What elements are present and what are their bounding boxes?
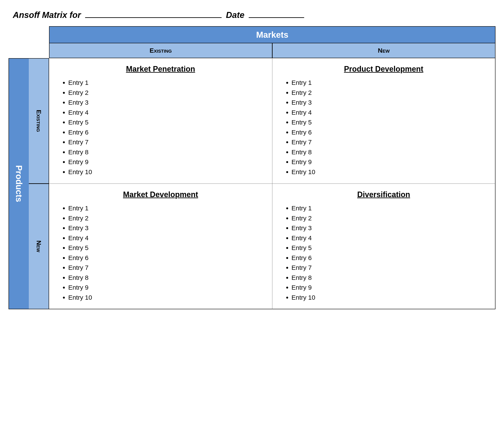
list-item: Entry 10 — [292, 293, 489, 303]
list-item: Entry 4 — [68, 108, 266, 118]
quadrant-market-development: Market Development Entry 1Entry 2Entry 3… — [49, 184, 272, 309]
list-item: Entry 2 — [68, 213, 266, 223]
date-blank[interactable] — [249, 9, 304, 18]
list-item: Entry 7 — [68, 137, 266, 147]
list-item: Entry 6 — [292, 127, 489, 138]
list-item: Entry 8 — [292, 273, 489, 283]
date-label: Date — [226, 10, 244, 20]
list-item: Entry 3 — [292, 98, 489, 108]
list-item: Entry 9 — [292, 283, 489, 293]
list-item: Entry 1 — [292, 78, 489, 88]
list-item: Entry 10 — [292, 167, 489, 177]
markets-new-label: New — [272, 43, 496, 58]
ansoff-matrix: Markets Existing New Products Existing N… — [9, 26, 495, 309]
list-item: Entry 5 — [292, 117, 489, 127]
quadrant-market-penetration: Market Penetration Entry 1Entry 2Entry 3… — [49, 58, 272, 184]
list-item: Entry 2 — [68, 88, 266, 98]
list-item: Entry 4 — [292, 108, 489, 118]
quadrant-diversification: Diversification Entry 1Entry 2Entry 3Ent… — [272, 184, 496, 309]
list-item: Entry 7 — [292, 137, 489, 147]
list-item: Entry 10 — [68, 167, 266, 177]
list-item: Entry 7 — [68, 263, 266, 273]
list-item: Entry 5 — [68, 243, 266, 253]
list-item: Entry 2 — [292, 213, 489, 223]
list-item: Entry 2 — [292, 88, 489, 98]
list-item: Entry 3 — [68, 223, 266, 233]
list-item: Entry 9 — [68, 283, 266, 293]
entry-list: Entry 1Entry 2Entry 3Entry 4Entry 5Entry… — [279, 203, 489, 302]
markets-axis-label: Markets — [49, 26, 495, 43]
list-item: Entry 8 — [68, 273, 266, 283]
list-item: Entry 10 — [68, 293, 266, 303]
title-prefix: Ansoff Matrix for — [13, 10, 81, 20]
title-blank[interactable] — [85, 9, 222, 18]
quadrant-title: Market Penetration — [55, 65, 266, 74]
page-header: Ansoff Matrix for Date — [9, 9, 495, 20]
list-item: Entry 4 — [292, 233, 489, 243]
quadrant-title: Product Development — [279, 65, 489, 74]
quadrant-product-development: Product Development Entry 1Entry 2Entry … — [272, 58, 496, 184]
list-item: Entry 9 — [68, 157, 266, 167]
products-new-label: New — [29, 184, 49, 309]
list-item: Entry 3 — [68, 98, 266, 108]
markets-existing-label: Existing — [49, 43, 272, 58]
empty-corner — [9, 26, 49, 58]
quadrant-title: Diversification — [279, 190, 489, 199]
list-item: Entry 8 — [292, 147, 489, 157]
list-item: Entry 1 — [68, 203, 266, 213]
list-item: Entry 6 — [68, 127, 266, 138]
list-item: Entry 7 — [292, 263, 489, 273]
entry-list: Entry 1Entry 2Entry 3Entry 4Entry 5Entry… — [55, 78, 266, 177]
entry-list: Entry 1Entry 2Entry 3Entry 4Entry 5Entry… — [55, 203, 266, 302]
list-item: Entry 4 — [68, 233, 266, 243]
list-item: Entry 5 — [68, 117, 266, 127]
list-item: Entry 5 — [292, 243, 489, 253]
list-item: Entry 6 — [292, 253, 489, 263]
list-item: Entry 1 — [292, 203, 489, 213]
products-existing-label: Existing — [29, 58, 49, 184]
quadrant-title: Market Development — [55, 190, 266, 199]
list-item: Entry 6 — [68, 253, 266, 263]
list-item: Entry 3 — [292, 223, 489, 233]
entry-list: Entry 1Entry 2Entry 3Entry 4Entry 5Entry… — [279, 78, 489, 177]
list-item: Entry 8 — [68, 147, 266, 157]
list-item: Entry 1 — [68, 78, 266, 88]
list-item: Entry 9 — [292, 157, 489, 167]
products-axis-label: Products — [9, 58, 29, 309]
